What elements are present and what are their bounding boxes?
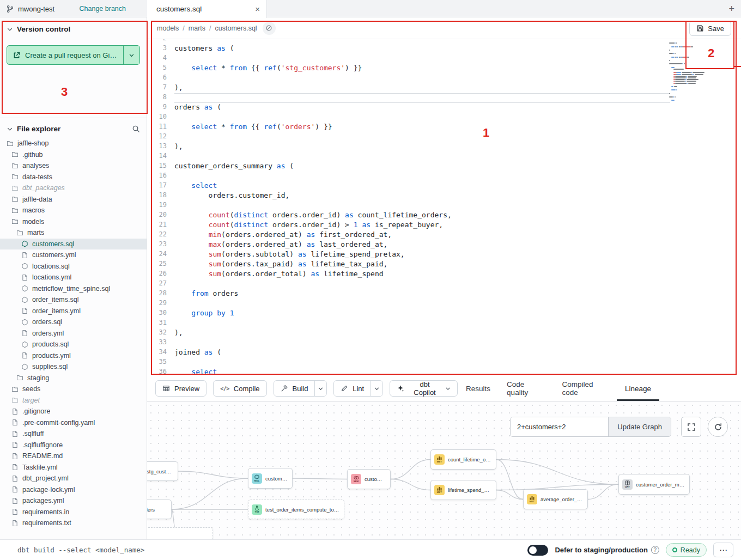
tab-compiled-code[interactable]: Compiled code xyxy=(554,376,617,401)
dbt-copilot-button[interactable]: dbt Copilot xyxy=(390,380,458,397)
lint-dropdown[interactable] xyxy=(370,381,382,396)
breadcrumb-file[interactable]: customers.sql xyxy=(215,25,257,32)
create-pr-dropdown[interactable] xyxy=(123,46,139,64)
tab-results[interactable]: Results xyxy=(458,376,499,401)
code-line-25[interactable]: sum(orders.tax_paid) as lifetime_tax_pai… xyxy=(174,260,741,270)
code-area[interactable]: customers as ( select * from {{ ref('stg… xyxy=(174,39,741,376)
breadcrumb-marts[interactable]: marts xyxy=(189,25,205,32)
code-line-16[interactable] xyxy=(174,172,741,181)
file-tree-item[interactable]: README.md xyxy=(0,451,147,462)
code-line-14[interactable] xyxy=(174,152,741,162)
code-line-21[interactable]: count(distinct orders.order_id) > 1 as i… xyxy=(174,221,741,230)
create-pr-main[interactable]: Create a pull request on Git… xyxy=(7,46,123,64)
file-tree-item[interactable]: order_items.yml xyxy=(0,306,147,317)
build-button[interactable]: Build xyxy=(274,381,315,396)
file-tree-item[interactable]: target xyxy=(0,395,147,406)
file-tree-item[interactable]: jaffle-shop xyxy=(0,138,147,149)
code-line-30[interactable]: group by 1 xyxy=(174,309,741,319)
code-editor[interactable]: 2345678910111213141516171819202122232425… xyxy=(147,39,741,376)
file-tree-item[interactable]: models xyxy=(0,216,147,228)
code-line-24[interactable]: sum(orders.subtotal) as lifetime_spend_p… xyxy=(174,250,741,260)
file-tree-item[interactable]: customers.sql xyxy=(0,239,147,250)
code-line-12[interactable] xyxy=(174,132,741,142)
fullscreen-button[interactable] xyxy=(681,417,701,437)
file-tree-item[interactable]: locations.yml xyxy=(0,272,147,283)
file-tree-item[interactable]: .gitignore xyxy=(0,406,147,417)
code-line-17[interactable]: select xyxy=(174,181,741,191)
lineage-node-test_order_items_compute_to_bools...[interactable]: TSTtest_order_items_compute_to_bools... xyxy=(248,500,344,519)
lineage-node-average_order_value[interactable]: METaverage_order_value xyxy=(523,489,588,509)
code-line-23[interactable]: max(orders.ordered_at) as last_ordered_a… xyxy=(174,240,741,250)
breadcrumb-models[interactable]: models xyxy=(157,25,179,32)
file-tree-item[interactable]: jaffle-data xyxy=(0,194,147,205)
code-line-26[interactable]: sum(orders.order_total) as lifetime_spen… xyxy=(174,270,741,279)
lineage-search-input[interactable] xyxy=(511,417,608,436)
close-icon[interactable]: × xyxy=(255,5,260,13)
code-line-32[interactable]: ), xyxy=(174,328,741,338)
file-tree-item[interactable]: locations.sql xyxy=(0,261,147,272)
file-tree-item[interactable]: macros xyxy=(0,205,147,216)
code-line-28[interactable]: from orders xyxy=(174,289,741,299)
code-line-5[interactable]: select * from {{ ref('stg_customers') }} xyxy=(174,64,741,74)
code-line-20[interactable]: count(distinct orders.order_id) as count… xyxy=(174,211,741,221)
code-line-34[interactable]: joined as ( xyxy=(174,348,741,358)
code-line-35[interactable] xyxy=(174,358,741,368)
file-tree-item[interactable]: analyses xyxy=(0,160,147,172)
file-tree-item[interactable]: .sqlfluffignore xyxy=(0,440,147,451)
code-line-6[interactable] xyxy=(174,74,741,83)
file-tree-item[interactable]: requirements.txt xyxy=(0,518,147,529)
defer-toggle[interactable] xyxy=(527,545,548,556)
lint-button[interactable]: Lint xyxy=(334,381,370,396)
code-line-19[interactable] xyxy=(174,201,741,211)
save-button[interactable]: Save xyxy=(689,21,731,36)
code-line-7[interactable]: ), xyxy=(174,83,741,93)
build-command-hint[interactable]: dbt build --select <model_name> xyxy=(17,546,144,554)
change-branch-link[interactable]: Change branch xyxy=(80,5,126,13)
file-tree-item[interactable]: data-tests xyxy=(0,172,147,183)
tab-code-quality[interactable]: Code quality xyxy=(499,376,554,401)
file-tree-item[interactable]: .github xyxy=(0,149,147,161)
code-line-36[interactable]: select xyxy=(174,368,741,376)
code-line-33[interactable] xyxy=(174,338,741,348)
file-tree-item[interactable]: products.yml xyxy=(0,350,147,362)
file-tree-item[interactable]: dbt_packages xyxy=(0,182,147,194)
tab-customers-sql[interactable]: customers.sql × xyxy=(147,0,267,18)
file-tree-item[interactable]: seeds xyxy=(0,384,147,395)
file-tree-item[interactable]: orders.yml xyxy=(0,328,147,339)
lineage-node-orders[interactable]: MDLorders xyxy=(147,500,172,519)
refresh-button[interactable] xyxy=(708,417,728,437)
code-line-4[interactable] xyxy=(174,54,741,64)
lineage-node-customer_order_metrics[interactable]: QRYcustomer_order_metrics xyxy=(618,474,690,495)
lineage-node-partial[interactable] xyxy=(147,527,213,539)
file-explorer-header[interactable]: File explorer xyxy=(0,125,147,133)
file-tree-item[interactable]: package-lock.yml xyxy=(0,484,147,496)
lineage-node-count_lifetime_orders[interactable]: METcount_lifetime_orders xyxy=(430,449,496,470)
code-line-10[interactable] xyxy=(174,113,741,123)
file-tree-item[interactable]: .sqlfluff xyxy=(0,428,147,440)
lineage-node-customers[interactable]: SEMcustomers xyxy=(347,469,391,489)
search-icon[interactable] xyxy=(132,125,140,133)
file-tree-item[interactable]: metricflow_time_spine.sql xyxy=(0,283,147,295)
model-status-icon-button[interactable] xyxy=(263,22,276,35)
file-tree-item[interactable]: orders.sql xyxy=(0,316,147,328)
file-tree-item[interactable]: Taskfile.yml xyxy=(0,462,147,473)
file-tree-item[interactable]: staging xyxy=(0,373,147,384)
code-line-11[interactable]: select * from {{ ref('orders') }} xyxy=(174,123,741,132)
code-line-22[interactable]: min(orders.ordered_at) as first_ordered_… xyxy=(174,230,741,240)
lineage-node-customers[interactable]: MDLcustomers xyxy=(248,468,293,489)
lineage-node-lifetime_spend_pretax[interactable]: METlifetime_spend_pretax xyxy=(430,480,496,500)
new-tab-button[interactable]: + xyxy=(728,0,734,17)
create-pr-button[interactable]: Create a pull request on Git… xyxy=(7,45,140,65)
more-options-button[interactable]: ⋯ xyxy=(713,543,733,557)
code-line-2[interactable] xyxy=(174,39,741,44)
file-tree-item[interactable]: marts xyxy=(0,227,147,239)
preview-button[interactable]: Preview xyxy=(155,380,206,397)
file-tree-item[interactable]: customers.yml xyxy=(0,249,147,261)
lineage-canvas[interactable]: MDLstg_customersMDLordersMDLcustomersSEM… xyxy=(147,401,741,539)
file-tree-item[interactable]: packages.yml xyxy=(0,495,147,507)
file-tree-item[interactable]: dbt_project.yml xyxy=(0,473,147,484)
tab-lineage[interactable]: Lineage xyxy=(617,376,659,401)
code-line-15[interactable]: customer_orders_summary as ( xyxy=(174,162,741,172)
file-tree-item[interactable]: order_items.sql xyxy=(0,294,147,306)
update-graph-button[interactable]: Update Graph xyxy=(608,417,671,436)
